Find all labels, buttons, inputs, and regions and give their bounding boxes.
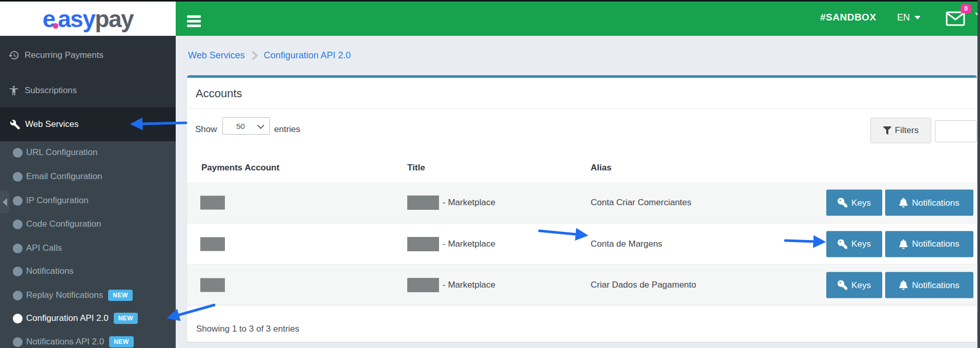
easypay-logo[interactable]: easypay <box>0 2 176 36</box>
chevron-right-icon <box>248 51 258 60</box>
notifications-button-label: Notifications <box>912 198 960 208</box>
logo-dot-icon <box>53 23 58 29</box>
language-dropdown[interactable]: EN <box>897 12 921 23</box>
title-cell: - Marketplace <box>443 198 495 208</box>
filters-label: Filters <box>895 125 919 136</box>
keys-button-label: Keys <box>851 280 871 290</box>
funnel-icon <box>883 126 891 135</box>
keys-button[interactable]: Keys <box>826 272 882 298</box>
title-cell: - Marketplace <box>443 239 495 249</box>
sidebar-item-ip-configuration[interactable]: IP Configuration <box>0 194 176 207</box>
sidebar-item-web-services[interactable]: Web Services <box>0 107 176 141</box>
sidebar-item-notifications[interactable]: Notifications <box>0 265 176 278</box>
redacted-payments-account <box>200 278 225 292</box>
sidebar-item-url-configuration[interactable]: URL Configuration <box>0 146 176 159</box>
table-row: - Marketplace Conta Criar Comerciantes K… <box>187 182 977 224</box>
alias-cell: Criar Dados de Pagamento <box>591 280 696 290</box>
sidebar-collapse-handle[interactable] <box>0 190 9 213</box>
sidebar-item-recurring-payments[interactable]: Recurring Payments <box>0 48 176 63</box>
key-icon <box>838 280 847 290</box>
logo-text: easypay <box>43 7 133 31</box>
sidebar-item-notifications-api-2-0[interactable]: Notifications API 2.0 NEW <box>0 335 176 348</box>
page-size-select[interactable]: 50 <box>222 117 270 135</box>
sidebar-item-label: Code Configuration <box>26 219 101 229</box>
table-row: - Marketplace Conta de Margens Keys Noti… <box>187 224 977 265</box>
redacted-payments-account <box>200 196 225 210</box>
breadcrumb-web-services-link[interactable]: Web Services <box>188 50 245 61</box>
sidebar-item-label: Configuration API 2.0 <box>26 313 109 323</box>
bullet-icon <box>13 148 23 158</box>
language-label: EN <box>897 12 910 23</box>
keys-button-label: Keys <box>851 198 871 208</box>
wrench-icon <box>10 119 20 130</box>
alias-cell: Conta Criar Comerciantes <box>591 198 692 208</box>
sidebar-item-email-configuration[interactable]: Email Configuration <box>0 170 176 183</box>
notifications-button[interactable]: Notifications <box>885 272 973 298</box>
show-label: Show <box>195 121 217 138</box>
sidebar: Recurring Payments Subscriptions Web Ser… <box>0 36 176 348</box>
page-size-value: 50 <box>223 122 258 130</box>
bullet-icon <box>13 314 23 323</box>
divider <box>187 304 977 304</box>
keys-button[interactable]: Keys <box>826 190 882 216</box>
vertical-scrollbar[interactable] <box>977 0 980 348</box>
filters-button[interactable]: Filters <box>870 118 931 143</box>
bell-icon <box>899 198 908 208</box>
notifications-button-label: Notifications <box>912 239 960 249</box>
key-icon <box>838 198 847 208</box>
sidebar-item-code-configuration[interactable]: Code Configuration <box>0 217 176 231</box>
accounts-panel: Accounts Show 50 entries Filters Payment… <box>187 75 977 342</box>
bullet-icon <box>13 244 23 253</box>
bullet-icon <box>13 172 23 182</box>
caret-left-icon <box>3 198 7 206</box>
new-badge: NEW <box>108 290 133 301</box>
bullet-icon <box>13 196 23 206</box>
mail-count-badge: 0 <box>961 4 971 13</box>
redacted-title-prefix <box>407 195 439 210</box>
window-top-edge <box>0 0 980 2</box>
search-input[interactable] <box>935 120 977 142</box>
bell-icon <box>899 239 908 249</box>
redacted-title-prefix <box>407 237 439 251</box>
sidebar-item-label: Subscriptions <box>25 85 77 96</box>
chevron-down-icon <box>257 121 264 128</box>
sidebar-item-subscriptions[interactable]: Subscriptions <box>0 83 176 98</box>
table-row: - Marketplace Criar Dados de Pagamento K… <box>187 265 977 306</box>
bell-icon <box>899 280 908 290</box>
sidebar-item-label: IP Configuration <box>26 195 89 206</box>
menu-toggle-icon[interactable] <box>187 15 201 28</box>
bullet-icon <box>13 220 23 229</box>
bullet-icon <box>13 267 23 276</box>
bullet-icon <box>13 337 23 347</box>
sidebar-item-api-calls[interactable]: API Calls <box>0 242 176 255</box>
column-header-alias: Alias <box>591 163 612 173</box>
sidebar-item-label: API Calls <box>26 243 62 253</box>
new-badge: NEW <box>114 313 138 324</box>
sidebar-item-label: Recurring Payments <box>25 50 103 60</box>
app-header: easypay #SANDBOX EN 0 <box>0 2 980 36</box>
sidebar-item-label: Notifications API 2.0 <box>26 337 104 347</box>
sidebar-item-replay-notifications[interactable]: Replay Notifications NEW <box>0 289 176 302</box>
easypay-app-window: easypay #SANDBOX EN 0 Recurring <box>0 0 980 348</box>
notifications-button-label: Notifications <box>912 280 960 290</box>
sidebar-item-configuration-api-2-0[interactable]: Configuration API 2.0 NEW <box>0 312 176 325</box>
breadcrumb-configuration-api-link[interactable]: Configuration API 2.0 <box>264 50 351 61</box>
divider <box>187 108 977 109</box>
breadcrumb: Web Services Configuration API 2.0 <box>188 50 351 61</box>
redacted-payments-account <box>200 237 225 251</box>
keys-button-label: Keys <box>851 239 871 249</box>
messages-button[interactable]: 0 <box>946 11 965 26</box>
history-icon <box>8 50 19 61</box>
column-header-payments-account: Payments Account <box>201 163 279 173</box>
caret-down-icon <box>914 16 921 19</box>
new-badge: NEW <box>109 336 134 347</box>
table-footer-summary: Showing 1 to 3 of 3 entries <box>196 324 299 334</box>
entries-label: entries <box>274 121 300 138</box>
top-navbar: #SANDBOX EN 0 <box>176 2 980 36</box>
keys-button[interactable]: Keys <box>826 231 882 257</box>
notifications-button[interactable]: Notifications <box>885 190 973 216</box>
panel-title: Accounts <box>196 87 242 100</box>
person-icon <box>8 85 19 96</box>
notifications-button[interactable]: Notifications <box>885 231 973 257</box>
sidebar-item-label: Web Services <box>25 119 79 129</box>
